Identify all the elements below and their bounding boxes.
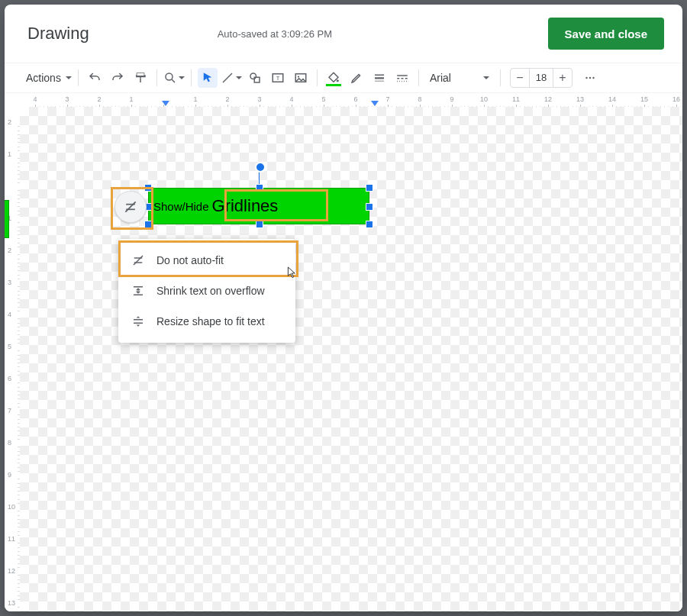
line-dash-icon [395, 71, 409, 85]
resize-shape-icon [131, 314, 146, 329]
pencil-icon [350, 71, 363, 85]
ruler-h-label: 13 [576, 95, 584, 103]
autofit-options-button[interactable] [114, 191, 147, 223]
ruler-h-label: 2 [225, 95, 229, 103]
resize-handle-e[interactable] [366, 203, 373, 211]
select-tool-button[interactable] [198, 68, 218, 88]
svg-point-9 [298, 76, 299, 77]
ruler-v-label: 10 [8, 503, 15, 511]
resize-handle-ne[interactable] [366, 184, 373, 192]
shape-text-frame[interactable]: Show/Hide Gridlines [148, 188, 369, 224]
caret-down-icon [179, 76, 185, 79]
fill-color-button[interactable] [324, 68, 344, 88]
ruler-h-label: 8 [418, 95, 421, 103]
vertical-ruler[interactable]: 2112345678910111213 [5, 107, 21, 611]
shape-tool-button[interactable] [245, 68, 265, 88]
paint-format-button[interactable] [131, 68, 150, 88]
ruler-v-label: 9 [8, 471, 11, 479]
textbox-tool-button[interactable]: T [268, 68, 288, 88]
zoom-button[interactable] [163, 68, 185, 88]
resize-handle-se[interactable] [366, 221, 373, 228]
resize-handle-s[interactable] [256, 221, 263, 228]
resize-handle-n[interactable] [256, 184, 263, 192]
save-and-close-button[interactable]: Save and close [548, 18, 664, 50]
selected-shape[interactable]: Show/Hide Gridlines [148, 188, 369, 224]
ruler-h-label: 12 [544, 95, 552, 103]
caret-down-icon [236, 76, 242, 79]
border-weight-button[interactable] [369, 68, 389, 88]
font-size-increase-button[interactable]: + [553, 69, 572, 87]
caret-down-icon [483, 76, 489, 79]
autosave-status: Auto-saved at 3:09:26 PM [218, 28, 332, 40]
shape-text-left: Show/Hide [153, 200, 209, 213]
undo-button[interactable] [85, 68, 105, 88]
canvas-viewport [20, 107, 682, 611]
ruler-h-label: 11 [512, 95, 520, 103]
ruler-h-label: 15 [640, 95, 648, 103]
svg-point-1 [166, 73, 173, 80]
actions-menu-button[interactable]: Actions [23, 68, 72, 88]
svg-line-2 [172, 79, 175, 82]
more-tools-button[interactable] [580, 68, 600, 88]
ruler-v-label: 8 [8, 439, 11, 447]
no-autofit-icon [131, 253, 146, 268]
svg-line-25 [134, 256, 143, 265]
font-family-select[interactable]: Arial [425, 68, 494, 88]
drawing-dialog: Drawing Auto-saved at 3:09:26 PM Save an… [5, 5, 682, 611]
font-size-input[interactable]: 18 [529, 69, 553, 87]
fill-color-swatch [326, 84, 341, 86]
ruler-h-label: 7 [385, 95, 389, 103]
ruler-h-label: 1 [129, 95, 133, 103]
ruler-v-label: 11 [8, 535, 15, 543]
rotate-handle[interactable] [255, 162, 266, 173]
ruler-h-label: 14 [608, 95, 616, 103]
menu-item-label: Do not auto-fit [156, 254, 224, 266]
ruler-v-label: 13 [8, 599, 15, 607]
dialog-title: Drawing [27, 24, 89, 44]
no-autofit-icon [123, 199, 138, 214]
svg-point-17 [585, 77, 587, 79]
line-icon [221, 71, 234, 85]
redo-button[interactable] [108, 68, 127, 88]
autofit-menu-item-resize[interactable]: Resize shape to fit text [118, 306, 295, 337]
svg-point-18 [589, 77, 591, 79]
menu-item-label: Resize shape to fit text [156, 315, 265, 327]
ruler-h-label: 4 [33, 95, 37, 103]
ruler-h-label: 3 [257, 95, 261, 103]
ruler-v-label: 2 [8, 247, 11, 254]
ruler-h-label: 2 [97, 95, 101, 103]
menu-item-label: Shrink text on overflow [156, 285, 265, 297]
ruler-h-label: 1 [193, 95, 197, 103]
ruler-v-label: 4 [8, 311, 11, 318]
font-family-label: Arial [430, 72, 451, 84]
image-icon [294, 71, 308, 85]
offscreen-shape[interactable] [5, 200, 9, 238]
ruler-right-indent-marker[interactable] [371, 101, 379, 106]
ruler-h-label: 9 [450, 95, 453, 103]
cursor-arrow-icon [201, 71, 214, 85]
border-color-button[interactable] [347, 68, 366, 88]
line-tool-button[interactable] [221, 68, 242, 88]
ruler-v-label: 6 [8, 375, 11, 382]
svg-point-4 [250, 73, 256, 79]
image-tool-button[interactable] [291, 68, 311, 88]
ruler-h-label: 4 [289, 95, 293, 103]
ruler-v-label: 5 [8, 343, 11, 350]
autofit-menu-item-shrink[interactable]: Shrink text on overflow [118, 276, 295, 306]
font-size-decrease-button[interactable]: − [511, 69, 529, 87]
shape-text-right: Gridlines [212, 196, 279, 216]
drawing-canvas[interactable] [20, 107, 682, 611]
fill-bucket-icon [327, 71, 340, 85]
border-dash-button[interactable] [392, 68, 412, 88]
shrink-text-icon [131, 283, 146, 298]
ruler-h-label: 10 [480, 95, 488, 103]
autofit-menu-item-donot[interactable]: Do not auto-fit [118, 245, 295, 276]
app-frame: Drawing Auto-saved at 3:09:26 PM Save an… [0, 0, 687, 616]
autofit-menu: Do not auto-fit Shrink text on overflow … [118, 239, 295, 343]
resize-handle-nw[interactable] [144, 184, 152, 192]
ruler-h-label: 16 [672, 95, 680, 103]
toolbar: Actions T [5, 63, 682, 93]
svg-rect-13 [375, 81, 384, 82]
resize-handle-sw[interactable] [144, 221, 152, 228]
svg-rect-12 [375, 77, 384, 79]
